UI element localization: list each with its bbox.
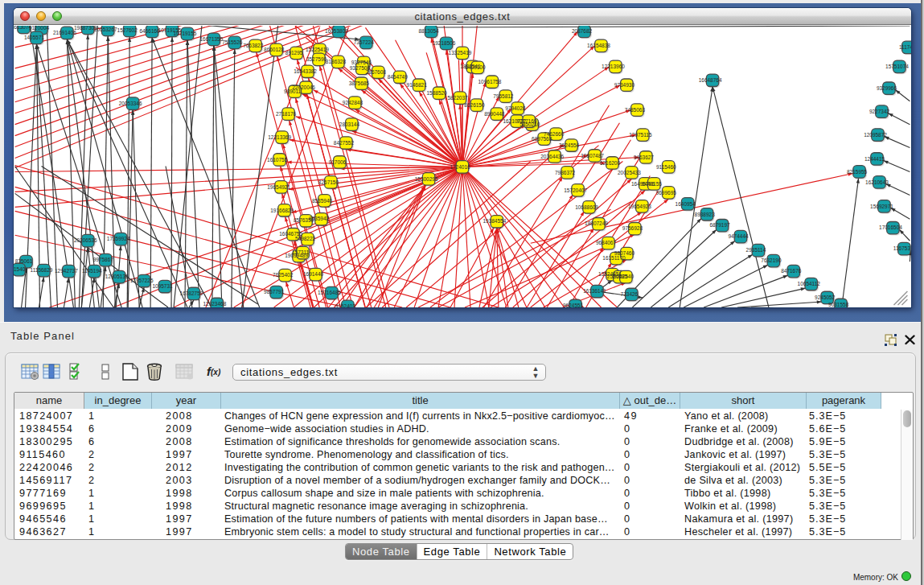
- svg-text:1691440: 1691440: [303, 271, 324, 277]
- svg-text:9440155: 9440155: [642, 181, 663, 187]
- svg-text:7632190: 7632190: [761, 257, 782, 263]
- svg-text:1405571: 1405571: [24, 35, 45, 40]
- svg-text:(x): (x): [211, 368, 221, 377]
- svg-text:18807249: 18807249: [585, 220, 608, 226]
- svg-text:9807460: 9807460: [614, 250, 635, 256]
- svg-text:9227342: 9227342: [869, 109, 890, 114]
- svg-text:9975867: 9975867: [93, 257, 114, 262]
- svg-text:9857791: 9857791: [264, 289, 285, 295]
- svg-text:10654112: 10654112: [798, 281, 821, 286]
- svg-text:17359924: 17359924: [107, 236, 130, 241]
- svg-text:7357224: 7357224: [354, 39, 375, 45]
- svg-text:9463627: 9463627: [634, 154, 655, 160]
- svg-text:2867608: 2867608: [366, 69, 387, 75]
- svg-text:8454749: 8454749: [388, 74, 409, 80]
- svg-text:21691406: 21691406: [53, 30, 76, 35]
- svg-text:1095731: 1095731: [152, 283, 173, 289]
- svg-text:19654921: 19654921: [267, 184, 290, 190]
- svg-text:20206536: 20206536: [74, 237, 97, 243]
- svg-text:8215955: 8215955: [847, 169, 868, 175]
- svg-text:16154838: 16154838: [587, 43, 610, 48]
- svg-text:8186328: 8186328: [326, 59, 347, 64]
- svg-text:16053809: 16053809: [325, 28, 348, 34]
- svg-text:12905135: 12905135: [105, 274, 129, 279]
- svg-text:20053346: 20053346: [119, 101, 142, 106]
- svg-text:733426: 733426: [621, 291, 639, 297]
- svg-text:19384554: 19384554: [483, 218, 506, 224]
- svg-text:7515526: 7515526: [222, 39, 243, 45]
- svg-text:9115460: 9115460: [656, 164, 676, 170]
- svg-text:1588520: 1588520: [426, 90, 447, 96]
- svg-text:989011: 989011: [284, 89, 302, 94]
- svg-text:7955812: 7955812: [493, 93, 514, 99]
- svg-text:9684067: 9684067: [596, 240, 617, 245]
- svg-text:12942737: 12942737: [55, 268, 78, 274]
- svg-text:10653267: 10653267: [94, 27, 117, 32]
- svg-text:1610755: 1610755: [267, 157, 288, 163]
- svg-text:10961758: 10961758: [478, 79, 502, 84]
- svg-text:16648764: 16648764: [699, 77, 722, 83]
- svg-text:9152403: 9152403: [335, 303, 356, 307]
- svg-text:8535942: 8535942: [309, 216, 330, 222]
- svg-text:7485063: 7485063: [625, 107, 646, 113]
- svg-text:917006: 917006: [329, 159, 347, 165]
- svg-text:12923468: 12923468: [203, 301, 226, 307]
- svg-text:9146821: 9146821: [407, 82, 428, 88]
- svg-text:2087682: 2087682: [572, 28, 593, 34]
- svg-text:157311: 157311: [292, 249, 310, 255]
- svg-text:9699695: 9699695: [656, 190, 677, 196]
- svg-text:15716485: 15716485: [318, 290, 341, 295]
- svg-text:2803144: 2803144: [339, 122, 360, 127]
- svg-text:9329966: 9329966: [877, 85, 897, 91]
- svg-text:931540: 931540: [14, 266, 26, 272]
- svg-text:19654923: 19654923: [628, 204, 651, 209]
- svg-text:12975115: 12975115: [629, 132, 652, 138]
- svg-text:17957225: 17957225: [130, 278, 154, 283]
- svg-text:3624554: 3624554: [559, 142, 580, 148]
- svg-text:9120004: 9120004: [29, 26, 50, 31]
- svg-text:12213960: 12213960: [602, 64, 625, 69]
- svg-text:8660128: 8660128: [264, 47, 285, 52]
- svg-text:5498222: 5498222: [295, 236, 316, 241]
- svg-text:15751074: 15751074: [885, 64, 909, 69]
- svg-text:8813054: 8813054: [419, 28, 440, 34]
- svg-text:9624551: 9624551: [563, 303, 584, 307]
- svg-text:7986372: 7986372: [555, 170, 576, 175]
- svg-text:11174: 11174: [899, 44, 911, 50]
- svg-text:9242848: 9242848: [343, 100, 363, 105]
- svg-text:8535940: 8535940: [312, 198, 333, 204]
- svg-text:5822037: 5822037: [447, 95, 468, 101]
- svg-text:835061: 835061: [15, 258, 33, 264]
- svg-text:8938923: 8938923: [695, 212, 716, 217]
- svg-text:9777169: 9777169: [516, 118, 537, 124]
- svg-text:6216200: 6216200: [600, 160, 621, 166]
- svg-text:9474444: 9474444: [728, 233, 749, 239]
- svg-text:9794028: 9794028: [505, 105, 526, 111]
- svg-text:9031558: 9031558: [828, 302, 849, 307]
- svg-text:6879197: 6879197: [709, 222, 730, 228]
- svg-text:12095872: 12095872: [864, 132, 887, 138]
- svg-text:2718176: 2718176: [276, 111, 297, 117]
- svg-text:2935114: 2935114: [746, 247, 766, 253]
- svg-text:6897568: 6897568: [532, 136, 552, 142]
- svg-text:9222540: 9222540: [614, 274, 634, 279]
- svg-text:8267150: 8267150: [318, 179, 339, 185]
- svg-text:10719155: 10719155: [174, 31, 197, 36]
- svg-text:9734930: 9734930: [614, 82, 635, 88]
- svg-text:891295: 891295: [285, 50, 303, 56]
- svg-text:7462660: 7462660: [544, 131, 565, 137]
- svg-text:17016504: 17016504: [879, 225, 902, 230]
- svg-text:15225419: 15225419: [306, 47, 329, 52]
- svg-text:16543382: 16543382: [294, 68, 317, 74]
- svg-text:1244415: 1244415: [864, 156, 885, 162]
- svg-text:16671355: 16671355: [200, 36, 224, 42]
- svg-text:15720407: 15720407: [564, 187, 587, 193]
- svg-text:1145194: 1145194: [82, 268, 102, 274]
- svg-text:10688609: 10688609: [575, 204, 598, 210]
- svg-text:15692971: 15692971: [870, 204, 893, 209]
- svg-text:7663822: 7663822: [243, 43, 264, 48]
- svg-text:9756928: 9756928: [622, 225, 643, 231]
- svg-text:9327546: 9327546: [351, 60, 372, 65]
- svg-text:8471676: 8471676: [781, 268, 802, 274]
- svg-text:19218506: 19218506: [433, 40, 456, 46]
